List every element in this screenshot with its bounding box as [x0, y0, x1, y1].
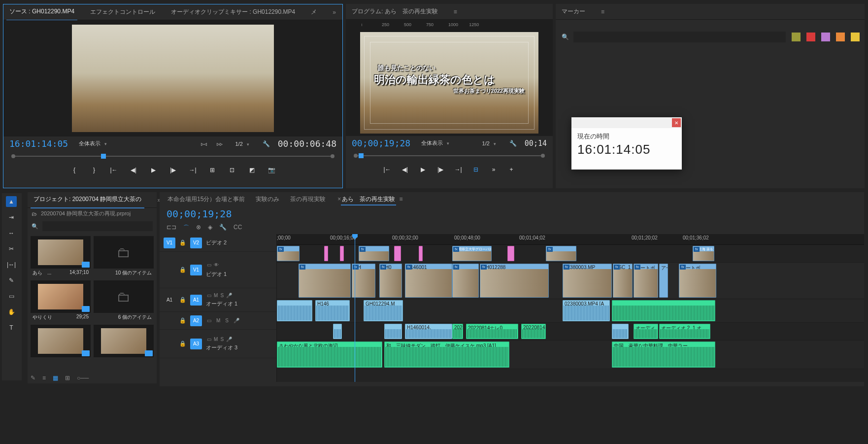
seq-tab-0[interactable]: 本命会場用15分）会場と事前: [167, 193, 246, 205]
timeline-ruler[interactable]: ;00;0000;00;16;0000;00;32;0000;00;48;000…: [277, 234, 864, 245]
target-a1[interactable]: A1: [190, 295, 202, 306]
clip[interactable]: GH012294.M: [364, 300, 403, 321]
p-frame-back-icon[interactable]: ◀|: [401, 165, 409, 174]
hand-tool-icon[interactable]: ✋: [6, 307, 17, 317]
breadcrumb-up-icon[interactable]: 🗁: [32, 211, 37, 217]
program-menu-icon[interactable]: ≡: [454, 8, 457, 15]
clip[interactable]: [324, 246, 328, 261]
source-monitor-view[interactable]: [3, 20, 342, 137]
program-wrench-icon[interactable]: 🔧: [509, 139, 518, 148]
tl-wrench-icon[interactable]: 🔧: [219, 224, 227, 232]
insert-icon[interactable]: ⊞: [208, 166, 217, 174]
clip[interactable]: アートボfx: [634, 264, 658, 298]
ripple-tool-icon[interactable]: ↔: [6, 228, 17, 239]
bin-item[interactable]: あら ...14;37;10: [31, 236, 91, 277]
pen-tool-icon[interactable]: ✎: [6, 275, 17, 286]
clip[interactable]: [612, 324, 629, 339]
freeform-view-icon[interactable]: ⊞: [65, 375, 70, 381]
project-search-input[interactable]: [42, 221, 153, 231]
type-tool-icon[interactable]: T: [6, 322, 17, 333]
clip[interactable]: 20220814ナレ0: [466, 324, 518, 339]
source-res-dropdown[interactable]: 1/2: [231, 140, 255, 148]
slip-tool-icon[interactable]: |↔|: [6, 259, 17, 270]
clip[interactable]: アートボfx: [679, 264, 716, 298]
clip[interactable]: 主上海 茶を運んできたfx: [693, 246, 714, 261]
clip[interactable]: H146: [315, 300, 350, 321]
p-add-icon[interactable]: +: [507, 165, 516, 174]
clip[interactable]: 02380003.MPfx: [563, 264, 612, 298]
clip[interactable]: 静岡県立大学グローバル地域センターと茶学などの専門家がfx: [452, 246, 492, 261]
marker-filter-red[interactable]: [806, 33, 815, 41]
track-select-tool-icon[interactable]: ⇥: [6, 212, 17, 223]
program-timecode[interactable]: 00;00;19;28: [352, 138, 410, 148]
selection-tool-icon[interactable]: ▲: [6, 196, 17, 207]
tab-meta-truncated[interactable]: メ: [308, 4, 320, 20]
program-fit-dropdown[interactable]: 全体表示: [417, 138, 455, 148]
clip[interactable]: 中国 豪華な中華料理 中華ラー: [612, 342, 715, 368]
mark-out-icon[interactable]: }: [90, 166, 99, 174]
project-tab[interactable]: プロジェクト: 20200704 静岡県立大茶の: [31, 191, 144, 208]
current-time-popup[interactable]: ✕ 現在の時間 16:01:14:05: [571, 117, 682, 170]
seq-menu-icon[interactable]: ≡: [399, 196, 402, 203]
bin-item[interactable]: やりくり29;25: [31, 280, 91, 322]
nest-icon[interactable]: ⊏⊐: [167, 224, 176, 232]
mic-a3-icon[interactable]: 🎤: [226, 337, 232, 342]
bin-item[interactable]: 🗀10 個のアイテム: [94, 236, 154, 277]
solo-a2[interactable]: S: [225, 318, 229, 323]
camera-icon[interactable]: 📷: [267, 166, 276, 174]
clip[interactable]: 和 三味線モダン 踏打 伊藤ケイスケ.mp3 [A1]: [384, 342, 509, 368]
clip[interactable]: 02380003.MP4 [A: [563, 300, 610, 321]
mic-a1-icon[interactable]: 🎤: [226, 293, 232, 298]
list-view-icon[interactable]: ≡: [42, 375, 46, 381]
clip[interactable]: [384, 324, 402, 339]
goto-out-icon[interactable]: →|: [188, 166, 197, 174]
popup-close-icon[interactable]: ✕: [672, 118, 681, 127]
clip[interactable]: DSC_1fx: [613, 264, 633, 298]
goto-in-icon[interactable]: |←: [109, 166, 118, 174]
markers-menu-icon[interactable]: ≡: [601, 8, 604, 15]
clip[interactable]: 2022: [452, 324, 463, 339]
clip[interactable]: GH012288fx: [480, 264, 549, 298]
overwrite-icon[interactable]: ⊡: [228, 166, 236, 174]
clip[interactable]: [333, 324, 342, 339]
export-frame-icon[interactable]: ◩: [247, 166, 256, 174]
mic-a2-icon[interactable]: 🎤: [234, 318, 239, 323]
playhead[interactable]: [355, 234, 355, 382]
pencil-icon[interactable]: ✎: [31, 375, 35, 381]
clip[interactable]: fx: [546, 246, 576, 261]
source-patch-v1[interactable]: V1: [164, 238, 175, 248]
timeline-timecode[interactable]: 00;00;19;28: [167, 208, 232, 220]
lock-v1-icon[interactable]: 🔒: [179, 267, 186, 273]
clip[interactable]: GH0fx: [379, 264, 402, 298]
timeline-track-area[interactable]: ;00;0000;00;16;0000;00;32;0000;00;48;000…: [277, 234, 864, 382]
solo-a1[interactable]: S: [220, 293, 224, 298]
clip[interactable]: [277, 300, 312, 321]
p-frame-fwd-icon[interactable]: |▶: [436, 165, 445, 174]
clip[interactable]: [507, 246, 514, 261]
marker-filter-olive[interactable]: [792, 33, 801, 41]
mute-a2[interactable]: M: [216, 318, 220, 323]
seq-tab-1[interactable]: 実験のみ: [255, 193, 280, 205]
target-a2[interactable]: A2: [190, 315, 202, 326]
icon-view-icon[interactable]: ▦: [53, 375, 58, 381]
clip[interactable]: 20220814: [521, 324, 546, 339]
clip[interactable]: さわやかな風と北欧の海辺: [277, 342, 382, 368]
linked-sel-icon[interactable]: ⊗: [196, 224, 201, 232]
bin-item[interactable]: [94, 325, 154, 357]
p-play-icon[interactable]: ▶: [418, 165, 427, 174]
snap-icon[interactable]: ⌒: [183, 224, 189, 232]
marker-add-icon[interactable]: ◈: [208, 224, 212, 232]
markers-search-input[interactable]: [573, 32, 786, 42]
source-patch-a1[interactable]: A1: [164, 295, 175, 306]
target-a3[interactable]: A3: [190, 339, 202, 349]
clip[interactable]: fx: [299, 264, 351, 298]
lock-a2-icon[interactable]: 🔒: [179, 317, 186, 324]
toggle-output-icon[interactable]: ▭: [207, 262, 211, 268]
marker-filter-orange[interactable]: [836, 33, 845, 41]
razor-tool-icon[interactable]: ✂: [6, 243, 17, 254]
tab-audio-clip-mixer[interactable]: オーディオクリップミキサー : GH012290.MP4: [168, 4, 298, 20]
wrench-icon[interactable]: 🔧: [262, 139, 271, 148]
marker-filter-yellow[interactable]: [851, 33, 860, 41]
play-icon[interactable]: ▶: [149, 166, 158, 174]
seq-tab-3[interactable]: あら 茶の再生実験: [341, 194, 396, 205]
